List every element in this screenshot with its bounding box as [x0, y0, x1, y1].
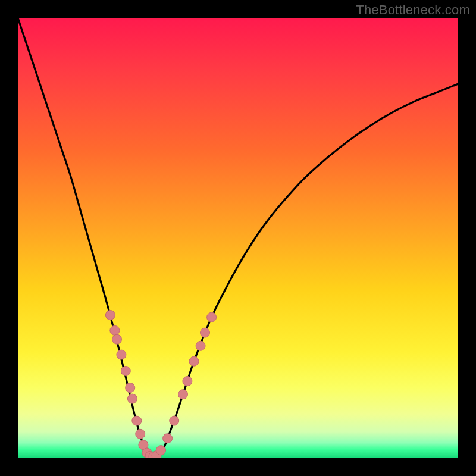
chart-frame: TheBottleneck.com — [0, 0, 476, 476]
data-marker — [105, 311, 115, 320]
data-marker — [156, 446, 166, 455]
data-marker — [183, 377, 192, 386]
watermark-text: TheBottleneck.com — [356, 2, 470, 18]
marker-group — [105, 311, 216, 459]
data-marker — [117, 350, 126, 359]
data-marker — [207, 312, 217, 322]
data-marker — [126, 383, 135, 393]
bottleneck-curve — [18, 18, 458, 458]
data-marker — [121, 366, 130, 375]
data-marker — [196, 341, 205, 350]
data-marker — [178, 390, 188, 399]
chart-svg — [18, 18, 458, 458]
data-marker — [189, 356, 199, 366]
data-marker — [170, 416, 179, 425]
data-marker — [136, 429, 145, 439]
data-marker — [110, 325, 120, 335]
data-marker — [127, 394, 137, 403]
data-marker — [201, 328, 210, 337]
plot-area — [18, 18, 458, 458]
data-marker — [132, 416, 142, 425]
data-marker — [112, 334, 122, 344]
data-marker — [163, 434, 173, 443]
